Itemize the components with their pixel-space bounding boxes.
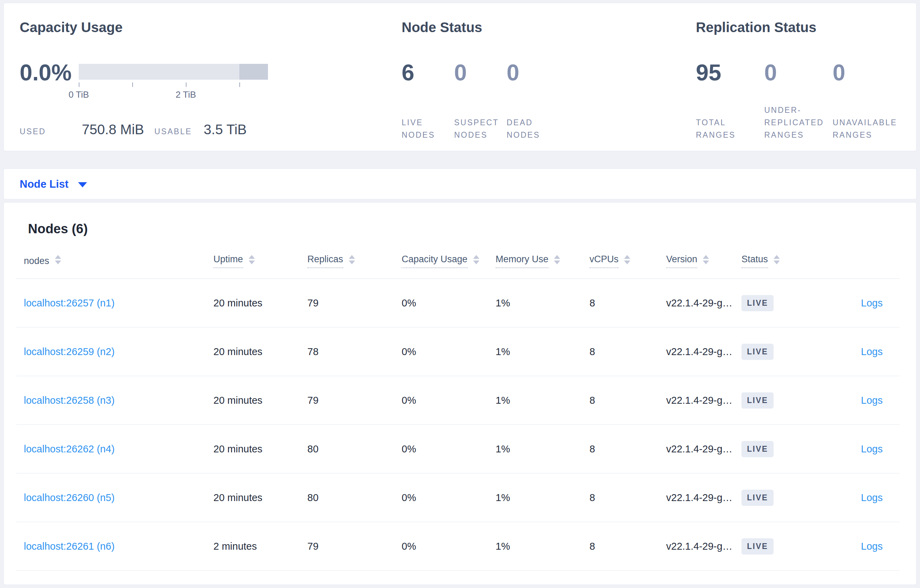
- status-badge: LIVE: [742, 538, 774, 554]
- logs-link[interactable]: Logs: [807, 492, 900, 504]
- logs-link[interactable]: Logs: [807, 297, 900, 309]
- memory-use-cell: 1%: [488, 395, 582, 406]
- dead-nodes-stat: 0 DEAD NODES: [507, 61, 559, 141]
- unavailable-ranges-count: 0: [833, 61, 901, 84]
- node-address-link[interactable]: localhost:26257 (n1): [16, 297, 206, 309]
- node-address-link[interactable]: localhost:26261 (n6): [16, 541, 206, 552]
- usable-value: 3.5 TiB: [204, 122, 247, 137]
- version-cell: v22.1.4-29-g…: [659, 443, 734, 455]
- node-address-link[interactable]: localhost:26262 (n4): [16, 443, 206, 455]
- vcpus-cell: 8: [582, 395, 659, 406]
- sort-icon[interactable]: [55, 255, 61, 264]
- table-header-row: nodes Uptime Replicas Capacity Usage Mem…: [16, 243, 900, 279]
- capacity-usage-cell: 0%: [394, 346, 488, 357]
- status-cell: LIVE: [734, 441, 807, 457]
- column-header-label: Status: [742, 254, 768, 268]
- table-row: localhost:26260 (n5) 20 minutes 80 0% 1%…: [16, 473, 900, 522]
- under-replicated-ranges-count: 0: [764, 61, 833, 84]
- sort-icon[interactable]: [624, 255, 630, 264]
- replication-status-section: Replication Status 95 TOTAL RANGES 0 UND…: [696, 20, 916, 151]
- sort-icon[interactable]: [349, 255, 355, 264]
- sort-icon[interactable]: [774, 255, 780, 264]
- used-label: USED: [20, 127, 46, 136]
- replication-status-title: Replication Status: [696, 20, 916, 35]
- node-status-section: Node Status 6 LIVE NODES 0 SUSPECT NODES…: [402, 20, 696, 151]
- vcpus-cell: 8: [582, 297, 659, 309]
- sort-icon[interactable]: [473, 255, 479, 264]
- uptime-cell: 2 minutes: [206, 541, 300, 552]
- replicas-cell: 80: [300, 443, 394, 455]
- node-list-dropdown[interactable]: Node List: [20, 179, 87, 189]
- column-header-nodes[interactable]: nodes: [16, 255, 206, 267]
- unavailable-ranges-label: UNAVAILABLE RANGES: [833, 116, 901, 141]
- status-cell: LIVE: [734, 538, 807, 554]
- total-ranges-label: TOTAL RANGES: [696, 116, 764, 141]
- node-list-dropdown-label: Node List: [20, 179, 68, 189]
- cluster-overview-page: Capacity Usage 0.0% 0 TiB 2 TiB: [0, 3, 920, 588]
- column-header-status[interactable]: Status: [734, 254, 807, 268]
- memory-use-cell: 1%: [488, 346, 582, 357]
- sort-icon[interactable]: [554, 255, 560, 264]
- uptime-cell: 20 minutes: [206, 395, 300, 406]
- column-header-replicas[interactable]: Replicas: [300, 254, 394, 268]
- version-cell: v22.1.4-29-g…: [659, 297, 734, 309]
- node-status-stats: 6 LIVE NODES 0 SUSPECT NODES 0 DEAD NODE…: [402, 61, 696, 141]
- replication-status-stats: 95 TOTAL RANGES 0 UNDER-REPLICATED RANGE…: [696, 61, 916, 141]
- node-address-link[interactable]: localhost:26260 (n5): [16, 492, 206, 504]
- column-header-capacity-usage[interactable]: Capacity Usage: [394, 254, 488, 268]
- vcpus-cell: 8: [582, 443, 659, 455]
- column-header-vcpus[interactable]: vCPUs: [582, 254, 659, 268]
- node-status-title: Node Status: [402, 20, 696, 35]
- axis-tick: [79, 82, 79, 87]
- capacity-bar-chart: 0 TiB 2 TiB: [79, 61, 268, 100]
- suspect-nodes-count: 0: [454, 61, 507, 84]
- uptime-cell: 20 minutes: [206, 492, 300, 504]
- logs-link[interactable]: Logs: [807, 443, 900, 455]
- sort-icon[interactable]: [249, 255, 255, 264]
- capacity-axis-ticks: [79, 82, 268, 87]
- total-ranges-stat: 95 TOTAL RANGES: [696, 61, 764, 141]
- capacity-used-percent: 0.0%: [20, 61, 79, 84]
- column-header-memory-use[interactable]: Memory Use: [488, 254, 582, 268]
- vcpus-cell: 8: [582, 541, 659, 552]
- capacity-usage-cell: 0%: [394, 297, 488, 309]
- sort-icon[interactable]: [703, 255, 709, 264]
- column-header-version[interactable]: Version: [659, 254, 734, 268]
- capacity-usage-chart: 0.0% 0 TiB 2 TiB: [20, 61, 402, 100]
- vcpus-cell: 8: [582, 346, 659, 357]
- status-cell: LIVE: [734, 344, 807, 360]
- column-header-label: nodes: [24, 255, 49, 267]
- uptime-cell: 20 minutes: [206, 346, 300, 357]
- axis-tick: [186, 82, 186, 87]
- view-selector-bar: Node List: [3, 168, 917, 199]
- column-header-uptime[interactable]: Uptime: [206, 254, 300, 268]
- live-nodes-count: 6: [402, 61, 454, 84]
- status-cell: LIVE: [734, 393, 807, 409]
- replicas-cell: 79: [300, 395, 394, 406]
- node-address-link[interactable]: localhost:26258 (n3): [16, 395, 206, 406]
- capacity-usage-cell: 0%: [394, 443, 488, 455]
- capacity-bar: [79, 64, 268, 80]
- table-row: localhost:26259 (n2) 20 minutes 78 0% 1%…: [16, 328, 900, 376]
- logs-link[interactable]: Logs: [807, 541, 900, 552]
- chevron-down-icon: [78, 182, 87, 187]
- capacity-usage-cell: 0%: [394, 492, 488, 504]
- replicas-cell: 79: [300, 297, 394, 309]
- version-cell: v22.1.4-29-g…: [659, 541, 734, 552]
- status-badge: LIVE: [742, 344, 774, 360]
- axis-tick-label: 0 TiB: [68, 89, 89, 100]
- logs-link[interactable]: Logs: [807, 395, 900, 406]
- status-badge: LIVE: [742, 393, 774, 409]
- status-cell: LIVE: [734, 295, 807, 311]
- status-badge: LIVE: [742, 295, 774, 311]
- live-nodes-stat: 6 LIVE NODES: [402, 61, 454, 141]
- table-row: localhost:26261 (n6) 2 minutes 79 0% 1% …: [16, 522, 900, 571]
- capacity-axis-labels: 0 TiB 2 TiB: [79, 89, 268, 100]
- version-cell: v22.1.4-29-g…: [659, 346, 734, 357]
- status-badge: LIVE: [742, 489, 774, 506]
- under-replicated-ranges-label: UNDER-REPLICATED RANGES: [764, 104, 833, 141]
- node-address-link[interactable]: localhost:26259 (n2): [16, 346, 206, 357]
- logs-link[interactable]: Logs: [807, 346, 900, 357]
- uptime-cell: 20 minutes: [206, 443, 300, 455]
- under-replicated-ranges-stat: 0 UNDER-REPLICATED RANGES: [764, 61, 833, 141]
